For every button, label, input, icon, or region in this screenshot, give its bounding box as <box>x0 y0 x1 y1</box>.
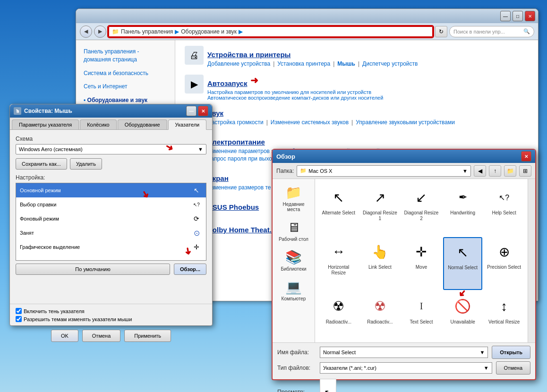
link-volume[interactable]: Настройка громкости <box>207 119 264 126</box>
devices-title[interactable]: Устройства и принтеры <box>207 51 529 59</box>
link-install-printer[interactable]: Установка принтера <box>277 60 330 67</box>
link-audio-devices[interactable]: Управление звуковыми устройствами <box>356 119 455 126</box>
shadow-label: Включить тень указателя <box>24 308 85 314</box>
cursor-item-busy[interactable]: Занят ⊙ <box>16 226 206 240</box>
filetype-dropdown[interactable]: Указатели (*.ani; *.cur) ▼ <box>320 362 492 374</box>
cursor-item-help[interactable]: Выбор справки ↖? <box>16 197 206 212</box>
close-button[interactable]: ✕ <box>525 11 535 21</box>
sidebar-libraries[interactable]: 📚 Библиотеки <box>275 247 313 273</box>
cursor-thumb-radioactive1[interactable]: ☢ Radioactiv... <box>319 292 359 339</box>
browse-button[interactable]: Обзор... <box>174 264 206 275</box>
breadcrumb-part2: Оборудование и звук <box>181 28 237 35</box>
link-mouse[interactable]: Мышь <box>337 60 355 67</box>
browse-scrollbar[interactable] <box>528 179 535 342</box>
cursor-thumb-precision[interactable]: ⊕ Precision Select <box>484 237 524 290</box>
cursor-thumb-move[interactable]: ✛ Move <box>402 237 441 290</box>
cancel-button[interactable]: Отмена <box>82 330 120 342</box>
autoplay-desc2[interactable]: Автоматическое воспроизведение компакт-д… <box>207 95 529 101</box>
folder-label: Папка: <box>276 168 294 174</box>
cursor-item-graphic[interactable]: Графическое выделение ✛ <box>16 240 206 254</box>
desktop-icon: 🖥 <box>287 220 300 235</box>
horizontal-resize-icon: ↔ <box>327 240 350 263</box>
libraries-label: Библиотеки <box>281 266 306 272</box>
cursor-thumb-help-select[interactable]: ↖? Help Select <box>484 183 524 235</box>
ok-button[interactable]: OK <box>51 330 78 342</box>
themes-checkbox[interactable] <box>16 316 22 322</box>
settings-label: Настройка: <box>16 174 206 181</box>
link-display-size[interactable]: Изменение размеров те <box>207 184 271 191</box>
open-button[interactable]: Открыть <box>492 346 530 359</box>
minimize-button[interactable]: — <box>500 11 511 21</box>
cursor-item-normal[interactable]: Основной режим ↖ <box>16 183 206 197</box>
delete-button[interactable]: Удалить <box>70 158 102 170</box>
devices-icon: 🖨 <box>185 46 204 65</box>
save-as-button[interactable]: Сохранить как... <box>16 158 67 170</box>
mouse-dialog-titlebar: 🖱 Свойства: Мышь — ✕ <box>10 104 212 118</box>
tab-hardware[interactable]: Оборудование <box>118 119 167 129</box>
browse-dialog: Обзор ✕ Папка: 📁 Mac OS X ▼ ◀ ↑ 📁 ⊞ 📁 Не… <box>272 149 536 380</box>
schema-dropdown[interactable]: Windows Aero (системная) ▼ <box>16 144 206 154</box>
link-sounds[interactable]: Изменение системных звуков <box>271 119 349 126</box>
sidebar-desktop[interactable]: 🖥 Рабочий стол <box>275 218 313 244</box>
sound-title[interactable]: Звук <box>207 109 529 117</box>
browse-back-button[interactable]: ◀ <box>474 165 486 177</box>
cursor-thumb-link[interactable]: 👆 Link Select <box>360 237 400 290</box>
mouse-dialog-footer-buttons: OK Отмена Применить <box>10 326 212 346</box>
forward-button[interactable]: ▶ <box>94 26 106 38</box>
cursor-thumb-radioactive2[interactable]: ☢ Radioactiv... <box>360 292 400 339</box>
link-device-manager[interactable]: Диспетчер устройств <box>362 60 418 67</box>
browse-content: ↖ Alternate Select ↗ Diagonal Resize 1 ↙… <box>315 179 528 342</box>
cursor-thumb-vertical[interactable]: ↕ Vertical Resize <box>484 292 524 339</box>
preview-cursor-icon: ↖ <box>324 387 332 392</box>
browse-views-button[interactable]: ⊞ <box>519 165 531 177</box>
filename-input[interactable]: Normal Select ▼ <box>320 347 488 358</box>
default-button[interactable]: По умолчанию <box>16 264 170 275</box>
cursor-thumb-text-select[interactable]: I Text Select <box>402 292 441 339</box>
normal-select-icon: ↖ <box>452 241 474 264</box>
sidebar-item-network[interactable]: Сеть и Интернет <box>76 80 175 94</box>
autoplay-title[interactable]: Автозапуск <box>207 79 529 87</box>
shadow-checkbox[interactable] <box>16 308 22 314</box>
folder-dropdown[interactable]: 📁 Mac OS X ▼ <box>297 165 471 177</box>
cursor-thumb-unavailable[interactable]: 🚫 Unavailable <box>443 292 483 339</box>
address-path[interactable]: 📁 Панель управления ▶ Оборудование и зву… <box>108 26 433 37</box>
mouse-dialog-minimize[interactable]: — <box>186 106 197 116</box>
diag-resize2-label: Diagonal Resize 2 <box>404 210 439 222</box>
filename-value: Normal Select <box>323 349 356 355</box>
power-title[interactable]: Электропитание <box>207 138 529 146</box>
autoplay-desc1[interactable]: Настройка параметров по умолчанию для но… <box>207 89 529 95</box>
browse-new-folder-button[interactable]: 📁 <box>504 165 516 177</box>
dropdown-arrow-icon: ▼ <box>198 146 203 152</box>
cursor-thumb-handwriting[interactable]: ✒ Handwriting <box>443 183 483 235</box>
tab-pointers[interactable]: Указатели <box>168 119 207 130</box>
filetype-label: Тип файлов: <box>277 365 320 371</box>
sidebar-item-system[interactable]: Система и безопасность <box>76 67 175 80</box>
cursor-thumb-diag1[interactable]: ↗ Diagonal Resize 1 <box>360 183 400 235</box>
section-devices: 🖨 Устройства и принтеры Добавление устро… <box>185 46 529 71</box>
mouse-dialog-checks: Включить тень указателя Разрешить темам … <box>10 304 212 326</box>
sidebar-computer[interactable]: 💻 Компьютер <box>275 277 313 303</box>
link-add-device[interactable]: Добавление устройства <box>207 60 270 67</box>
breadcrumb-end: ▶ <box>239 28 243 35</box>
cursor-bg-preview: ⟳ <box>191 213 202 224</box>
back-button[interactable]: ◀ <box>80 26 92 38</box>
browse-up-button[interactable]: ↑ <box>489 165 501 177</box>
filename-dropdown-arrow: ▼ <box>479 349 485 355</box>
sidebar-item-home[interactable]: Панель управления - домашняя страница <box>76 45 175 67</box>
browse-close-button[interactable]: ✕ <box>521 151 531 162</box>
cursor-thumb-horizontal[interactable]: ↔ Horizontal Resize <box>319 237 359 290</box>
shadow-check-row: Включить тень указателя <box>16 308 206 314</box>
maximize-button[interactable]: □ <box>513 11 523 21</box>
search-box[interactable]: Поиск в панели упр... 🔍 <box>449 26 534 37</box>
cursor-item-background[interactable]: Фоновый режим ⟳ <box>16 212 206 226</box>
tab-wheel[interactable]: Колёсико <box>80 119 117 129</box>
tab-pointer-params[interactable]: Параметры указателя <box>12 119 79 129</box>
browse-cancel-button[interactable]: Отмена <box>496 361 530 375</box>
mouse-dialog-close[interactable]: ✕ <box>198 106 208 116</box>
apply-button[interactable]: Применить <box>124 330 171 342</box>
cursor-thumb-diag2[interactable]: ↙ Diagonal Resize 2 <box>402 183 441 235</box>
sidebar-recent[interactable]: 📁 Недавние места <box>275 183 313 214</box>
cursor-thumb-alternate[interactable]: ↖ Alternate Select <box>319 183 359 235</box>
cursor-thumb-normal[interactable]: ↖ Normal Select <box>443 237 483 290</box>
refresh-button[interactable]: ↻ <box>435 26 447 37</box>
